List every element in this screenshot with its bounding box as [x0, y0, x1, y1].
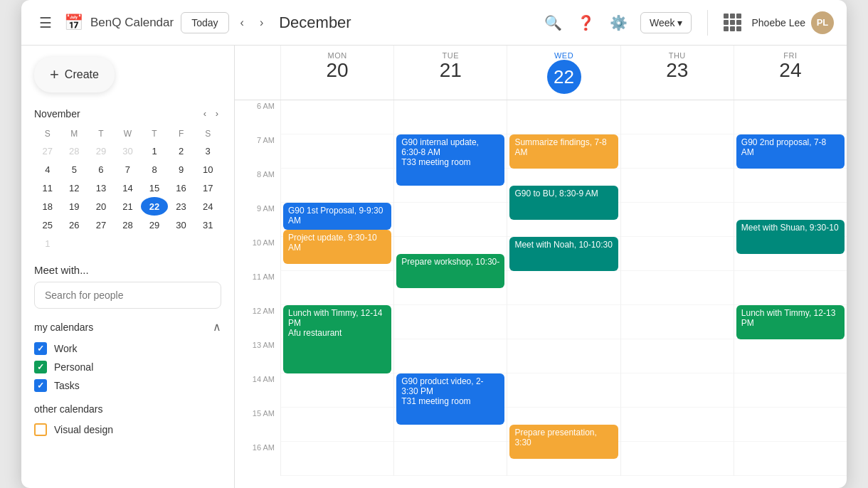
mini-cal-day[interactable]: 7 — [115, 160, 142, 179]
mini-cal-day[interactable]: 5 — [61, 160, 88, 179]
event-lunch-timmy-fri[interactable]: Lunch with Timmy, 12-13 PM — [736, 305, 845, 339]
my-calendars-header: my calendars ∧ — [34, 320, 221, 334]
apps-button[interactable] — [724, 14, 741, 31]
event-g90-1st-proposal[interactable]: G90 1st Proposal, 9-9:30 AM — [283, 203, 391, 230]
my-calendars-toggle[interactable]: ∧ — [213, 320, 221, 334]
event-meet-noah[interactable]: Meet with Noah, 10-10:30 — [509, 237, 618, 271]
topbar-left: ☰ 📅 BenQ Calendar Today ‹ › December — [34, 11, 351, 34]
mini-cal-day[interactable]: 27 — [34, 142, 61, 160]
day-header-thu: THU 23 — [620, 46, 734, 100]
time-13am: 13 AM — [235, 339, 280, 373]
search-people-input[interactable] — [34, 282, 221, 309]
event-g90-product-video[interactable]: G90 product video, 2-3:30 PMT31 meeting … — [396, 373, 504, 425]
plus-icon: + — [50, 65, 59, 84]
help-button[interactable]: ❓ — [575, 11, 598, 34]
day-header-t2: T — [141, 126, 168, 142]
today-button[interactable]: Today — [181, 12, 228, 33]
mini-cal-day[interactable]: 13 — [88, 179, 115, 197]
event-meet-shuan[interactable]: Meet with Shuan, 9:30-10 — [736, 220, 845, 254]
day-header-t1: T — [88, 126, 115, 142]
mini-cal-day[interactable]: 10 — [194, 160, 221, 179]
event-prepare-presentation[interactable]: Prepare presentation, 3:30 — [509, 425, 618, 459]
mini-cal-day[interactable]: 22 — [141, 197, 168, 216]
mini-cal-day[interactable]: 29 — [141, 216, 168, 234]
settings-icon: ⚙️ — [610, 14, 628, 31]
time-column: 6 AM 7 AM 8 AM 9 AM 10 AM 11 AM 12 AM 13… — [235, 100, 280, 476]
other-calendars-title: other calendars — [34, 403, 103, 415]
event-summarize-findings[interactable]: Summarize findings, 7-8 AM — [509, 134, 618, 169]
personal-checkbox[interactable]: ✓ — [34, 361, 47, 373]
time-14am: 14 AM — [235, 373, 280, 408]
mini-cal-day[interactable]: 24 — [194, 197, 221, 216]
mini-cal-day[interactable]: 20 — [88, 197, 115, 216]
search-button[interactable]: 🔍 — [542, 11, 565, 34]
mini-cal-day[interactable]: 28 — [61, 142, 88, 160]
mini-cal-day[interactable]: 16 — [168, 179, 195, 197]
mini-cal-day[interactable]: 12 — [61, 179, 88, 197]
mini-cal-day[interactable]: 30 — [168, 216, 195, 234]
mini-cal-day[interactable]: 6 — [88, 160, 115, 179]
mini-cal-day[interactable]: 18 — [34, 197, 61, 216]
event-g90-2nd-proposal[interactable]: G90 2nd proposal, 7-8 AM — [736, 134, 845, 169]
time-gutter-header — [235, 46, 280, 100]
mini-cal-day[interactable]: 11 — [34, 179, 61, 197]
mini-calendar: November ‹ › S M T W T F — [34, 107, 221, 253]
event-g90-to-bu[interactable]: G90 to BU, 8:30-9 AM — [509, 186, 618, 220]
time-9am: 9 AM — [235, 203, 280, 237]
event-project-update[interactable]: Project update, 9:30-10 AM — [283, 230, 391, 264]
mini-cal-day[interactable]: 30 — [115, 142, 142, 160]
calendar-tasks[interactable]: ✓ Tasks — [34, 376, 221, 395]
tasks-label: Tasks — [54, 380, 80, 391]
calendar-work[interactable]: ✓ Work — [34, 339, 221, 358]
event-prepare-workshop[interactable]: Prepare workshop, 10:30- — [396, 254, 504, 288]
day-headers: MON 20 TUE 21 WED 22 THU 23 FRI 24 — [235, 46, 847, 100]
day-header-tue: TUE 21 — [393, 46, 507, 100]
view-selector[interactable]: Week ▾ — [640, 12, 692, 33]
create-button[interactable]: + Create — [34, 57, 115, 92]
sidebar: + Create November ‹ › S M — [21, 46, 235, 488]
mini-cal-day[interactable]: 4 — [34, 160, 61, 179]
mini-cal-day[interactable]: 27 — [88, 216, 115, 234]
mini-cal-day[interactable]: 23 — [168, 197, 195, 216]
mini-cal-day[interactable]: 15 — [141, 179, 168, 197]
mini-cal-day[interactable]: 1 — [34, 234, 61, 253]
mini-cal-day[interactable]: 29 — [88, 142, 115, 160]
meet-title: Meet with... — [34, 264, 221, 276]
tasks-checkbox[interactable]: ✓ — [34, 379, 47, 392]
next-button[interactable]: › — [255, 14, 268, 32]
calendar-logo-icon: 📅 — [64, 14, 83, 32]
event-g90-internal[interactable]: G90 internal update, 6:30-8 AMT33 meetin… — [396, 134, 504, 186]
menu-button[interactable]: ☰ — [34, 11, 57, 34]
calendar-personal[interactable]: ✓ Personal — [34, 358, 221, 376]
event-lunch-timmy-mon[interactable]: Lunch with Timmy, 12-14 PMAfu restaurant — [283, 305, 391, 373]
mini-cal-day[interactable]: 8 — [141, 160, 168, 179]
mini-cal-day[interactable]: 31 — [194, 216, 221, 234]
mini-cal-next[interactable]: › — [213, 107, 221, 120]
mini-cal-day[interactable]: 25 — [34, 216, 61, 234]
calendar-visual-design[interactable]: Visual design — [34, 420, 221, 439]
mini-cal-day[interactable]: 19 — [61, 197, 88, 216]
mini-cal-day[interactable]: 14 — [115, 179, 142, 197]
work-checkbox[interactable]: ✓ — [34, 342, 47, 355]
visual-design-checkbox[interactable] — [34, 423, 47, 436]
mini-cal-day[interactable]: 1 — [141, 142, 168, 160]
mini-cal-day[interactable]: 9 — [168, 160, 195, 179]
settings-button[interactable]: ⚙️ — [608, 11, 630, 34]
mini-cal-day[interactable]: 21 — [115, 197, 142, 216]
mini-cal-day[interactable]: 26 — [61, 216, 88, 234]
calendar-grid: 6 AM 7 AM 8 AM 9 AM 10 AM 11 AM 12 AM 13… — [235, 100, 847, 476]
topbar-icons: 🔍 ❓ ⚙️ Week ▾ Phoebe Lee PL — [542, 10, 834, 36]
prev-button[interactable]: ‹ — [236, 14, 248, 32]
day-header-s2: S — [194, 126, 221, 142]
calendar-grid-wrapper: 6 AM 7 AM 8 AM 9 AM 10 AM 11 AM 12 AM 13… — [235, 100, 847, 488]
mini-cal-day[interactable]: 28 — [115, 216, 142, 234]
mini-cal-day[interactable]: 2 — [168, 142, 195, 160]
time-8am: 8 AM — [235, 169, 280, 203]
personal-label: Personal — [54, 361, 93, 373]
user-profile[interactable]: Phoebe Lee PL — [751, 11, 834, 34]
calendar-main: MON 20 TUE 21 WED 22 THU 23 FRI 24 — [235, 46, 847, 488]
search-icon: 🔍 — [544, 14, 562, 31]
mini-cal-day[interactable]: 17 — [194, 179, 221, 197]
mini-cal-day[interactable]: 3 — [194, 142, 221, 160]
mini-cal-prev[interactable]: ‹ — [201, 107, 209, 120]
